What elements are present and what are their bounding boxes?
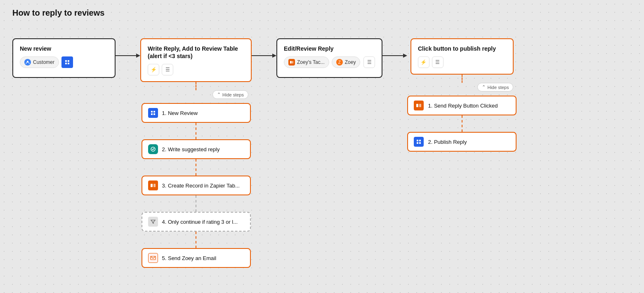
zoey-icon: Z [336, 59, 343, 66]
svg-rect-7 [151, 111, 153, 113]
menu-icon-edit[interactable]: ☰ [363, 56, 375, 68]
click-publish-title: Click button to publish reply [418, 45, 506, 52]
svg-marker-20 [403, 54, 407, 58]
menu-icon-publish[interactable]: ☰ [432, 56, 443, 68]
step-4-icon [148, 217, 158, 227]
svg-rect-22 [419, 104, 421, 107]
click-publish-actions: ⚡ ☰ [418, 56, 506, 68]
publish-step-2-icon [414, 137, 424, 147]
svg-marker-6 [136, 54, 140, 58]
new-review-app-icon [61, 56, 73, 68]
edit-review-node: Edit/Review Reply Zoey's Tac... Z [276, 38, 382, 78]
step-3[interactable]: 3. Create Record in Zapier Tab... [142, 176, 251, 195]
step-4[interactable]: 4. Only continue if rating 3 or l... [142, 212, 251, 232]
write-reply-title: Write Reply, Add to Review Table (alert … [148, 45, 244, 60]
hide-steps-button-2[interactable]: ⌃ Hide steps [477, 83, 513, 91]
page-title: How to reply to reviews [12, 8, 632, 18]
arrow-3 [382, 52, 407, 60]
publish-step-1-label: 1. Send Reply Button Clicked [428, 103, 498, 109]
write-reply-node: Write Reply, Add to Review Table (alert … [140, 38, 252, 82]
svg-rect-3 [65, 63, 67, 64]
edit-review-column: Edit/Review Reply Zoey's Tac... Z [276, 38, 382, 78]
arrow-1 [116, 52, 140, 60]
svg-rect-24 [419, 140, 421, 141]
svg-rect-13 [153, 184, 156, 187]
step-5-label: 5. Send Zoey an Email [162, 255, 217, 261]
zoey-chip[interactable]: Z Zoey [332, 56, 361, 68]
new-review-node: New review Customer [12, 38, 116, 78]
svg-rect-12 [151, 184, 153, 187]
new-review-chips: Customer [20, 56, 108, 68]
dline-top [196, 82, 196, 90]
svg-marker-16 [272, 54, 276, 58]
bolt-icon-write[interactable]: ⚡ [148, 64, 159, 75]
svg-rect-10 [153, 113, 155, 115]
zoeys-tac-icon [288, 59, 295, 66]
zoey-label: Zoey [345, 59, 356, 65]
dline-4 [196, 232, 196, 248]
flow-row: New review Customer [12, 38, 632, 268]
write-reply-column: Write Reply, Add to Review Table (alert … [140, 38, 252, 268]
dline-pub-1 [462, 115, 462, 132]
page-container: How to reply to reviews New review Custo… [0, 0, 644, 293]
step-5-icon [148, 253, 158, 263]
click-publish-column: Click button to publish reply ⚡ ☰ ⌃ Hide… [407, 38, 517, 152]
hide-steps-button-1[interactable]: ⌃ Hide steps [212, 90, 248, 99]
svg-rect-26 [419, 142, 421, 144]
zoeys-tac-chip[interactable]: Zoey's Tac... [284, 56, 329, 68]
svg-rect-4 [68, 63, 69, 64]
customer-label: Customer [33, 59, 54, 65]
hide-steps-label-2: Hide steps [487, 85, 509, 90]
svg-rect-18 [292, 61, 293, 63]
customer-chip[interactable]: Customer [20, 56, 59, 68]
step-1[interactable]: 1. New Review [142, 103, 251, 123]
customer-icon [24, 59, 31, 66]
svg-rect-9 [151, 113, 153, 115]
svg-rect-17 [290, 61, 292, 63]
click-publish-node: Click button to publish reply ⚡ ☰ [410, 38, 514, 75]
step-3-label: 3. Create Record in Zapier Tab... [162, 183, 240, 189]
hide-steps-label-1: Hide steps [222, 92, 244, 97]
step-4-label: 4. Only continue if rating 3 or l... [162, 219, 238, 225]
svg-rect-2 [68, 60, 69, 62]
svg-rect-8 [153, 111, 155, 113]
dline-2 [196, 159, 196, 176]
dline-1 [196, 123, 196, 139]
dline-pub-top [462, 75, 462, 83]
zoeys-tac-label: Zoey's Tac... [297, 59, 325, 65]
step-5[interactable]: 5. Send Zoey an Email [142, 248, 251, 268]
step-2-icon [148, 144, 158, 154]
step-1-icon [148, 108, 158, 118]
publish-step-1-icon [414, 101, 424, 110]
svg-rect-1 [65, 60, 67, 62]
step-2[interactable]: 2. Write suggested reply [142, 139, 251, 159]
write-reply-actions: ⚡ ☰ [148, 64, 244, 75]
dline-3 [196, 195, 196, 212]
menu-icon-write[interactable]: ☰ [162, 64, 173, 75]
svg-rect-21 [416, 104, 418, 107]
step-3-icon [148, 180, 158, 190]
publish-step-2-label: 2. Publish Reply [428, 139, 467, 145]
publish-step-1[interactable]: 1. Send Reply Button Clicked [407, 96, 517, 115]
step-2-label: 2. Write suggested reply [162, 146, 220, 152]
step-1-label: 1. New Review [162, 110, 198, 116]
publish-step-2[interactable]: 2. Publish Reply [407, 132, 517, 152]
svg-rect-23 [417, 140, 418, 141]
new-review-title: New review [20, 45, 108, 52]
edit-review-title: Edit/Review Reply [284, 45, 375, 52]
bolt-icon-publish[interactable]: ⚡ [418, 56, 429, 68]
arrow-2 [252, 52, 276, 60]
edit-review-chips: Zoey's Tac... Z Zoey ☰ [284, 56, 375, 68]
svg-rect-25 [417, 142, 418, 144]
